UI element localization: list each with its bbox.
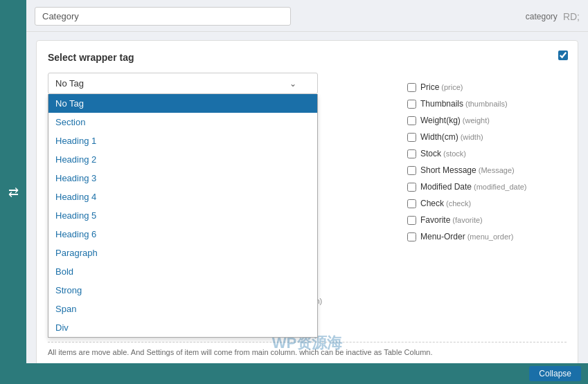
checkbox-stock-sub: (stock) (443, 149, 466, 158)
select-wrapper: No Tag ⌄ No Tag Section Heading 1 Headin… (48, 73, 318, 94)
checkbox-price-input[interactable] (407, 83, 416, 92)
main-content: category RD; Select wrapper tag No Tag ⌄… (26, 0, 588, 384)
sidebar-arrow-icon[interactable]: ⇄ (8, 185, 19, 200)
pin-icon: RD; (563, 11, 580, 22)
checkbox-check: Check (check) (407, 199, 567, 208)
selected-value: No Tag (55, 78, 84, 89)
top-bar-right: category RD; (526, 11, 580, 22)
checkbox-favorite-input[interactable] (407, 216, 416, 225)
dropdown-item-span[interactable]: Span (48, 300, 317, 318)
checkbox-short-message-sub: (Message) (479, 166, 515, 174)
checkbox-width-sub: (width) (461, 133, 483, 141)
dropdown-item-no-tag[interactable]: No Tag (48, 94, 317, 113)
dropdown-item-heading6[interactable]: Heading 6 (48, 225, 317, 244)
checkbox-width-input[interactable] (407, 133, 416, 142)
checkbox-menu-order-label: Menu-Order (420, 232, 465, 241)
checkbox-thumbnails-input[interactable] (407, 100, 416, 109)
checkbox-modified-date-label: Modified Date (420, 182, 472, 192)
checkbox-thumbnails-sub: (thumbnails) (465, 100, 508, 108)
dropdown-item-div[interactable]: Div (48, 318, 317, 337)
select-display[interactable]: No Tag ⌄ (48, 73, 318, 94)
collapse-bar: Collapse (26, 363, 588, 384)
checkbox-menu-order-input[interactable] (407, 232, 416, 241)
dropdown-item-heading5[interactable]: Heading 5 (48, 206, 317, 225)
dropdown-item-section[interactable]: Section (48, 113, 317, 131)
checkbox-stock-label: Stock (420, 149, 441, 158)
checkbox-weight-sub: (weight) (463, 116, 490, 125)
dropdown-item-heading4[interactable]: Heading 4 (48, 188, 317, 206)
dropdown-item-paragraph[interactable]: Paragraph (48, 244, 317, 262)
dropdown-item-heading3[interactable]: Heading 3 (48, 169, 317, 188)
checkbox-check-label: Check (420, 199, 444, 208)
checkbox-short-message: Short Message (Message) (407, 165, 567, 175)
footer-note: All items are move able. And Settings of… (48, 342, 567, 356)
right-checkboxes: Price (price) Thumbnails (thumbnails) We… (407, 82, 567, 248)
checkbox-modified-date-input[interactable] (407, 183, 416, 192)
checkbox-thumbnails-label: Thumbnails (420, 99, 463, 109)
checkbox-menu-order-sub: (menu_order) (467, 232, 514, 241)
checkbox-weight-input[interactable] (407, 116, 416, 125)
dropdown-item-bold[interactable]: Bold (48, 262, 317, 281)
checkbox-width-label: Width(cm) (420, 132, 458, 142)
checkbox-stock-input[interactable] (407, 149, 416, 158)
checkbox-modified-date-sub: (modified_date) (474, 183, 526, 191)
checkbox-thumbnails: Thumbnails (thumbnails) (407, 99, 567, 109)
blue-checkbox-input[interactable] (558, 51, 568, 60)
checkbox-menu-order: Menu-Order (menu_order) (407, 232, 567, 241)
checkbox-short-message-input[interactable] (407, 166, 416, 175)
checkbox-stock: Stock (stock) (407, 149, 567, 158)
blue-checkbox-container (558, 51, 568, 62)
checkbox-modified-date: Modified Date (modified_date) (407, 182, 567, 192)
checkbox-favorite-sub: (favorite) (452, 216, 482, 224)
chevron-down-icon: ⌄ (289, 79, 296, 89)
collapse-button[interactable]: Collapse (529, 366, 581, 381)
category-input[interactable] (35, 7, 291, 26)
checkbox-weight-label: Weight(kg) (420, 116, 461, 125)
dropdown-item-heading1[interactable]: Heading 1 (48, 131, 317, 150)
sidebar: ⇄ (0, 0, 26, 384)
top-bar: category RD; (26, 0, 588, 32)
checkbox-check-input[interactable] (407, 199, 416, 208)
checkbox-weight: Weight(kg) (weight) (407, 116, 567, 125)
checkbox-width: Width(cm) (width) (407, 132, 567, 142)
checkbox-check-sub: (check) (446, 199, 471, 208)
card: Select wrapper tag No Tag ⌄ No Tag Secti… (36, 40, 578, 368)
checkbox-favorite: Favorite (favorite) (407, 215, 567, 225)
content-panel: Select wrapper tag No Tag ⌄ No Tag Secti… (26, 32, 588, 384)
checkbox-price-label: Price (420, 82, 439, 92)
checkbox-price: Price (price) (407, 82, 567, 92)
dropdown-menu: No Tag Section Heading 1 Heading 2 Headi… (48, 94, 318, 338)
checkbox-price-sub: (price) (441, 83, 463, 91)
checkbox-favorite-label: Favorite (420, 215, 450, 225)
checkbox-short-message-label: Short Message (420, 165, 476, 175)
card-title: Select wrapper tag (48, 52, 567, 63)
dropdown-item-heading2[interactable]: Heading 2 (48, 150, 317, 169)
dropdown-item-strong[interactable]: Strong (48, 281, 317, 300)
category-label: category (526, 12, 558, 21)
